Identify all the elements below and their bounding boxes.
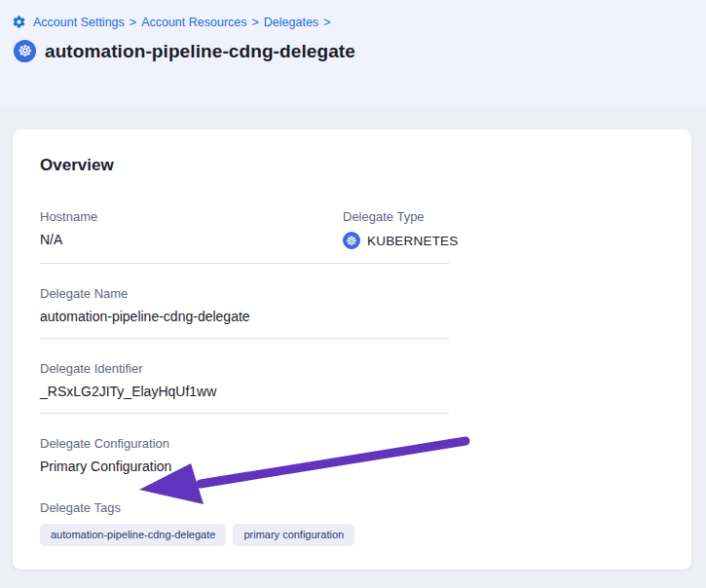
- breadcrumb-separator: >: [252, 16, 259, 29]
- kubernetes-icon-glyph: ☸: [18, 43, 32, 59]
- kubernetes-type-icon: ☸: [343, 232, 360, 249]
- delegate-identifier-value: _RSxLG2JITy_ElayHqUf1ww: [40, 384, 449, 399]
- gear-icon: [12, 15, 26, 29]
- field-hostname: Hostname N/A: [40, 209, 343, 249]
- delegate-configuration-value: Primary Configuration: [40, 459, 449, 474]
- delegate-details-page: Account Settings > Account Resources > D…: [0, 0, 706, 588]
- hostname-label: Hostname: [40, 209, 343, 224]
- kubernetes-icon: ☸: [14, 40, 36, 62]
- page-title: automation-pipeline-cdng-delegate: [45, 41, 355, 62]
- delegate-identifier-label: Delegate Identifier: [40, 361, 449, 376]
- breadcrumb-link-delegates[interactable]: Delegates: [264, 16, 318, 29]
- breadcrumb-separator: >: [130, 16, 136, 29]
- title-row: ☸ automation-pipeline-cdng-delegate: [14, 40, 694, 62]
- tag-pill: automation-pipeline-cdng-delegate: [40, 524, 226, 546]
- delegate-type-text: KUBERNETES: [367, 234, 459, 248]
- field-delegate-configuration: Delegate Configuration Primary Configura…: [40, 436, 449, 474]
- field-delegate-type: Delegate Type ☸ KUBERNETES: [343, 209, 459, 249]
- field-delegate-name: Delegate Name automation-pipeline-cdng-d…: [40, 286, 449, 339]
- breadcrumb-link-account-resources[interactable]: Account Resources: [141, 16, 246, 29]
- page-header: Account Settings > Account Resources > D…: [0, 0, 706, 107]
- delegate-tags-label: Delegate Tags: [40, 500, 449, 515]
- row-hostname-type: Hostname N/A Delegate Type ☸ KUBERNETES: [40, 209, 449, 264]
- breadcrumb-separator: >: [323, 16, 330, 29]
- kubernetes-type-icon-glyph: ☸: [346, 235, 357, 247]
- breadcrumb: Account Settings > Account Resources > D…: [12, 15, 694, 29]
- delegate-type-label: Delegate Type: [343, 209, 459, 224]
- tag-pill: primary configuration: [233, 524, 354, 546]
- overview-card: Overview Hostname N/A Delegate Type ☸ KU…: [13, 129, 691, 570]
- delegate-name-label: Delegate Name: [40, 286, 449, 301]
- delegate-configuration-label: Delegate Configuration: [40, 436, 449, 451]
- overview-heading: Overview: [40, 156, 691, 175]
- delegate-name-value: automation-pipeline-cdng-delegate: [40, 309, 449, 324]
- delegate-tags-list: automation-pipeline-cdng-delegate primar…: [40, 524, 449, 546]
- breadcrumb-link-account-settings[interactable]: Account Settings: [33, 16, 125, 29]
- field-delegate-identifier: Delegate Identifier _RSxLG2JITy_ElayHqUf…: [40, 361, 449, 414]
- gear-icon-svg: [12, 15, 26, 29]
- field-delegate-tags: Delegate Tags automation-pipeline-cdng-d…: [40, 500, 449, 546]
- delegate-type-value: ☸ KUBERNETES: [343, 232, 459, 249]
- page-body: Overview Hostname N/A Delegate Type ☸ KU…: [0, 107, 706, 570]
- hostname-value: N/A: [40, 232, 343, 247]
